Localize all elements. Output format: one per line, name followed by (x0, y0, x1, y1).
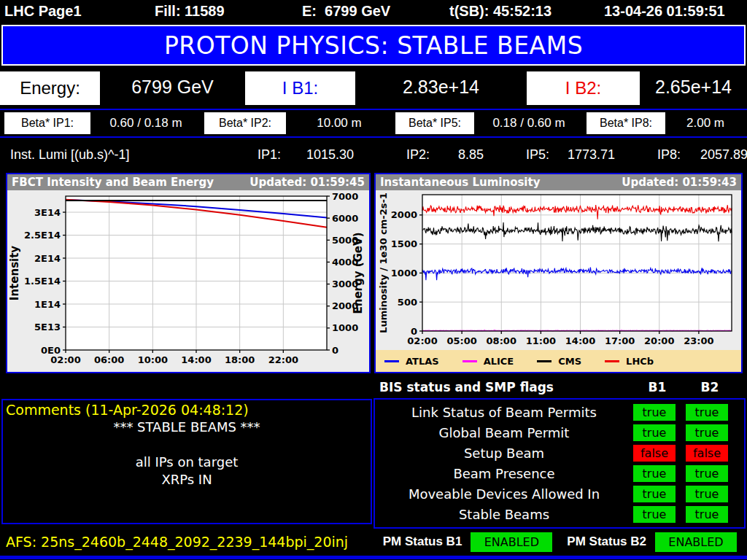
beta-ip2-value: 10.00 m (286, 116, 392, 131)
svg-text:23:00: 23:00 (684, 335, 713, 346)
legend-item-alice: ALICE (462, 356, 514, 367)
svg-text:0: 0 (332, 345, 338, 356)
bis-row: Beam Presence true true (375, 465, 744, 482)
inst-lumi-row: Inst. Lumi [(ub.s)^-1] IP1: 1015.30 IP2:… (0, 138, 747, 171)
intensity-chart-header: FBCT Intensity and Beam Energy Updated: … (7, 174, 369, 190)
legend-line-swatch (605, 360, 619, 362)
energy-label: Energy: (0, 71, 100, 105)
bottom-section: BIS status and SMP flags B1 B2 Comments … (0, 373, 747, 527)
comment-line (3, 437, 371, 454)
svg-text:11:00: 11:00 (526, 335, 556, 346)
legend-item-lhcb: LHCb (605, 356, 654, 367)
status-flag-b1: true (633, 465, 676, 482)
status-flag-b1: true (633, 506, 676, 523)
bis-col-b2: B2 (689, 380, 731, 394)
beta-ip1-value: 0.60 / 0.18 m (90, 116, 201, 131)
legend-line-swatch (384, 360, 399, 362)
svg-text:2000: 2000 (391, 209, 417, 220)
legend-label: LHCb (626, 356, 654, 367)
beta-ip5-value: 0.18 / 0.60 m (474, 116, 584, 131)
intensity-b2-label: I B2: (527, 71, 640, 105)
beta-ip2-label: Beta* IP2: (204, 112, 286, 134)
comment-line: all IPs on target (3, 454, 371, 472)
status-flag-b2: true (686, 486, 728, 502)
intensity-chart-title: FBCT Intensity and Beam Energy (12, 176, 214, 189)
bis-row: Link Status of Beam Permits true true (375, 404, 744, 421)
energy-intensity-row: Energy: 6799 GeV I B1: 2.83e+14 I B2: 2.… (0, 68, 747, 106)
bis-header: BIS status and SMP flags B1 B2 (374, 378, 747, 397)
pm-status-b2-label: PM Status B2 (567, 534, 646, 549)
intensity-chart-plot: 0E05E131E141.5E142E142.5E143E1402:0006:0… (7, 190, 369, 372)
lumi-ip2-name: IP2: (406, 147, 430, 163)
intensity-b1-value: 2.83e+14 (355, 68, 527, 106)
status-flag-b1: true (633, 486, 676, 502)
bis-col-b1: B1 (636, 380, 678, 394)
luminosity-chart-plot: 050010001500200002:0005:0008:0011:0014:0… (376, 190, 741, 350)
svg-text:02:00: 02:00 (407, 335, 437, 346)
svg-text:1000: 1000 (332, 322, 358, 333)
fill-number: Fill: 11589 (155, 3, 225, 20)
intensity-chart-updated: Updated: 01:59:45 (249, 176, 365, 189)
pm-status-b1-value: ENABLED (471, 532, 552, 552)
lumi-ip5-value: 1773.71 (568, 147, 615, 163)
energy-value: 6799 GeV (100, 68, 245, 106)
status-flag-b1: true (633, 424, 676, 441)
lumi-ip8-value: 2057.89 (700, 147, 747, 163)
page-name: LHC Page1 (4, 3, 82, 20)
beam-energy: E: 6799 GeV (302, 3, 390, 20)
svg-text:17:00: 17:00 (605, 335, 635, 346)
lumi-ip1-value: 1015.30 (306, 147, 354, 163)
luminosity-chart-header: Instantaneous Luminosity Updated: 01:59:… (376, 174, 741, 190)
lumi-ip5: IP5: 1773.71 (526, 147, 615, 163)
legend-line-swatch (462, 360, 477, 362)
svg-text:14:00: 14:00 (565, 335, 595, 346)
bis-row: Stable Beams true true (375, 506, 744, 523)
luminosity-chart-panel: Instantaneous Luminosity Updated: 01:59:… (374, 173, 743, 373)
afs-filling-scheme: AFS: 25ns_2460b_2448_2092_2239_144bpi_20… (6, 534, 383, 550)
svg-text:02:00: 02:00 (50, 354, 80, 365)
status-flag-b2: true (686, 404, 728, 421)
bis-title: BIS status and SMP flags (374, 380, 636, 394)
bottom-divider (0, 556, 747, 559)
beta-star-row: Beta* IP1: 0.60 / 0.18 m Beta* IP2: 10.0… (0, 109, 747, 138)
svg-text:2.5E14: 2.5E14 (24, 230, 61, 241)
svg-text:1E14: 1E14 (34, 299, 61, 310)
svg-text:Intensity: Intensity (8, 246, 21, 301)
bis-row-label: Moveable Devices Allowed In (375, 486, 633, 502)
time-in-stable-beams: t(SB): 45:52:13 (449, 3, 551, 20)
bis-row: Moveable Devices Allowed In true true (375, 486, 744, 502)
lumi-ip2: IP2: 8.85 (406, 147, 484, 163)
lumi-ip2-value: 8.85 (458, 147, 484, 163)
legend-label: ALICE (484, 356, 514, 367)
bis-row-label: Beam Presence (375, 466, 633, 481)
lumi-ip8-name: IP8: (657, 147, 681, 163)
status-flag-b2: true (686, 465, 728, 482)
inst-lumi-label: Inst. Lumi [(ub.s)^-1] (10, 147, 247, 163)
pm-status-b2-value: ENABLED (655, 532, 737, 552)
bis-row: Setup Beam false false (375, 445, 744, 462)
comment-line: *** STABLE BEAMS *** (3, 419, 371, 437)
svg-text:7000: 7000 (332, 191, 358, 202)
svg-text:1500: 1500 (391, 238, 417, 249)
bis-flags-panel: Link Status of Beam Permits true true Gl… (374, 398, 746, 529)
intensity-b2-value: 2.65e+14 (640, 68, 747, 106)
svg-text:1.5E14: 1.5E14 (24, 276, 61, 287)
page-title-banner: PROTON PHYSICS: STABLE BEAMS (1, 25, 746, 66)
comment-line: XRPs IN (3, 472, 371, 489)
svg-text:5E13: 5E13 (34, 322, 61, 332)
page-title: PROTON PHYSICS: STABLE BEAMS (164, 31, 583, 60)
svg-text:6000: 6000 (332, 213, 358, 224)
bis-row-label: Setup Beam (375, 446, 633, 461)
intensity-chart-panel: FBCT Intensity and Beam Energy Updated: … (6, 173, 371, 373)
bis-row: Global Beam Permit true true (375, 424, 744, 441)
legend-label: CMS (558, 356, 581, 367)
legend-label: ATLAS (406, 356, 439, 367)
beta-ip1-label: Beta* IP1: (4, 112, 90, 134)
legend-line-swatch (537, 360, 551, 362)
bis-row-label: Stable Beams (375, 507, 633, 522)
comments-title: Comments (11-Apr-2026 04:48:12) (3, 400, 371, 419)
svg-text:14:00: 14:00 (181, 354, 211, 365)
svg-text:08:00: 08:00 (487, 335, 516, 346)
svg-text:22:00: 22:00 (268, 354, 298, 365)
beta-ip8-value: 2.00 m (665, 116, 746, 131)
